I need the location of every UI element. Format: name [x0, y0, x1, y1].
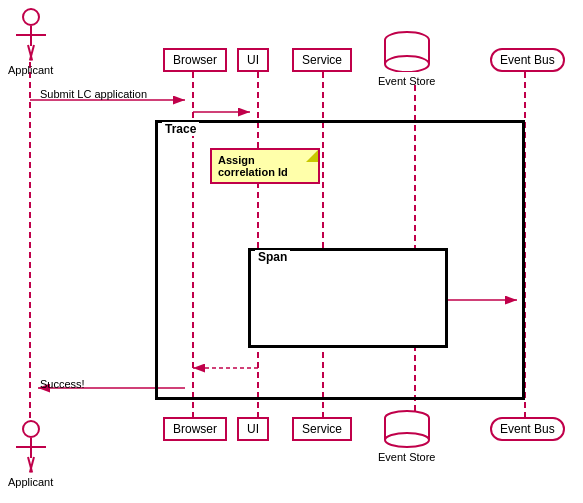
cylinder-svg-bottom [382, 410, 432, 448]
service-box-bottom: Service [292, 417, 352, 441]
actor-label-bottom: Applicant [8, 476, 53, 488]
stick-head-bottom [22, 420, 40, 438]
browser-box-top: Browser [163, 48, 227, 72]
actor-applicant-top: Applicant [8, 8, 53, 76]
success-label: Success! [40, 378, 85, 390]
trace-label: Trace [162, 122, 199, 136]
stick-head-top [22, 8, 40, 26]
actor-label-top: Applicant [8, 64, 53, 76]
service-box-top: Service [292, 48, 352, 72]
event-store-label-top: Event Store [378, 75, 435, 87]
span-box: Span [248, 248, 448, 348]
note-text: Assigncorrelation Id [218, 154, 288, 178]
event-bus-box-top: Event Bus [490, 48, 565, 72]
browser-box-bottom: Browser [163, 417, 227, 441]
stick-figure-bottom [16, 420, 46, 474]
ui-box-bottom: UI [237, 417, 269, 441]
ui-box-top: UI [237, 48, 269, 72]
event-store-bottom: Event Store [378, 410, 435, 463]
event-store-label-bottom: Event Store [378, 451, 435, 463]
diagram-container: Applicant Browser UI Service Event Store… [0, 0, 583, 503]
event-store-top: Event Store [378, 30, 435, 87]
note-fold [306, 150, 318, 162]
svg-point-22 [385, 56, 429, 72]
note-box: Assigncorrelation Id [210, 148, 320, 184]
submit-lc-label: Submit LC application [40, 88, 147, 100]
cylinder-svg-top [382, 30, 432, 72]
actor-applicant-bottom: Applicant [8, 420, 53, 488]
span-label: Span [255, 250, 290, 264]
svg-point-27 [385, 433, 429, 447]
event-bus-box-bottom: Event Bus [490, 417, 565, 441]
stick-figure-top [16, 8, 46, 62]
